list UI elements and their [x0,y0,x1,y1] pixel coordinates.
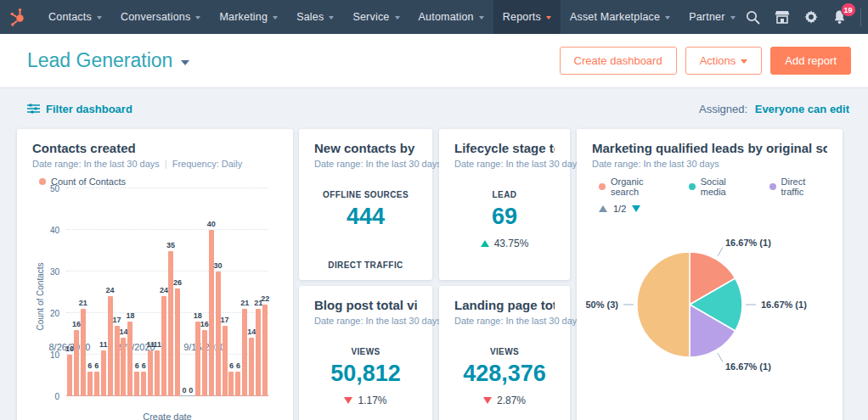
bar[interactable] [67,355,72,396]
metric-block: OFFLINE SOURCES 444 [299,190,432,230]
bar[interactable] [228,372,234,396]
hubspot-dashboard-page: ContactsConversationsMarketingSalesServi… [0,0,868,420]
bar-slot[interactable]: 18 [127,188,133,396]
actions-button[interactable]: Actions [685,47,763,75]
bar[interactable] [121,338,126,396]
nav-item-service[interactable]: Service [343,0,409,34]
nav-item-label: Asset Marketplace [570,11,660,23]
bar[interactable] [134,372,139,396]
bar-slot[interactable]: 6 [133,188,140,396]
bar-slot[interactable]: 24 [161,188,167,396]
bar[interactable] [195,322,200,396]
bar[interactable] [148,350,153,396]
bar[interactable] [87,372,93,396]
card-title[interactable]: Lifecycle stage totals [454,141,555,155]
bar[interactable] [242,309,247,396]
bar-slot[interactable]: 24 [107,188,114,396]
card-title[interactable]: Blog post total views a... [314,298,417,312]
bar-slot[interactable]: 16 [73,188,80,396]
filter-bar: Filter dashboard Assigned: Everyone can … [0,88,868,129]
card-title[interactable]: Landing page total vie... [454,298,555,312]
bar-slot[interactable]: 22 [262,188,268,396]
nav-item-asset-marketplace[interactable]: Asset Marketplace [561,0,679,34]
bar-slot[interactable]: 18 [194,188,201,396]
nav-item-conversations[interactable]: Conversations [111,0,211,34]
bar[interactable] [235,372,240,396]
nav-item-label: Partner [689,11,724,23]
bar-slot[interactable]: 6 [140,188,147,396]
bar[interactable] [108,296,113,396]
delta-down-icon [483,397,492,404]
bar-value-label: 6 [94,361,99,370]
assigned-value-link[interactable]: Everyone can edit [755,103,849,115]
bar[interactable] [209,230,214,396]
bar-slot[interactable]: 30 [215,188,222,396]
bar-slot[interactable]: 14 [248,188,255,396]
bar-slot[interactable]: 14 [121,188,127,396]
nav-item-contacts[interactable]: Contacts [39,0,111,34]
bar-slot[interactable]: 0 [181,188,188,396]
bar-slot[interactable]: 21 [241,188,248,396]
bar-slot[interactable]: 35 [167,188,174,396]
nav-item-sales[interactable]: Sales [287,0,343,34]
bar[interactable] [202,330,207,396]
bar[interactable] [74,330,79,396]
chevron-down-icon [730,16,736,20]
bar-slot[interactable]: 6 [234,188,241,396]
card-title[interactable]: Contacts created [32,141,278,155]
legend-item-social-media[interactable]: Social media [689,176,751,197]
search-icon[interactable] [745,8,762,25]
bar[interactable] [94,372,99,396]
bar[interactable] [216,272,221,396]
bar[interactable] [223,326,228,396]
bar-slot[interactable]: 6 [228,188,235,396]
bar-slot[interactable]: 10 [66,188,73,396]
card-title[interactable]: Marketing qualified leads by original so… [592,141,827,155]
bar[interactable] [175,288,180,396]
bar-slot[interactable]: 6 [87,188,93,396]
hubspot-logo[interactable] [0,0,39,34]
bar[interactable] [249,338,254,396]
add-report-button[interactable]: Add report [770,47,851,75]
bar[interactable] [101,350,106,396]
bar[interactable] [262,305,268,396]
pie-slice[interactable] [637,252,690,357]
bar[interactable] [155,350,160,396]
card-title[interactable]: New contacts by source [314,141,417,155]
bar[interactable] [168,251,173,397]
dashboard-title-text[interactable]: Lead Generation [27,49,172,72]
bar-slot[interactable]: 11 [147,188,154,396]
next-metric-label: DIRECT TRAFFIC [299,260,432,270]
dashboard-title-dropdown-icon[interactable] [181,60,189,65]
bar[interactable] [256,309,261,396]
nav-item-marketing[interactable]: Marketing [210,0,287,34]
nav-item-automation[interactable]: Automation [409,0,493,34]
bar-slot[interactable]: 17 [114,188,121,396]
settings-gear-icon[interactable] [803,8,820,25]
dashboard-header: Lead Generation Create dashboard Actions… [0,34,868,88]
marketplace-icon[interactable] [774,8,791,25]
bar-slot[interactable]: 17 [222,188,228,396]
bar-slot[interactable]: 0 [188,188,194,396]
legend-item-direct-traffic[interactable]: Direct traffic [769,176,828,197]
bar-slot[interactable]: 26 [174,188,181,396]
bar-slot[interactable]: 21 [80,188,87,396]
metric-label: LEAD [439,190,570,199]
bar[interactable] [141,372,146,396]
bar[interactable] [161,296,166,396]
metric-block: LEAD 69 43.75% [439,190,570,249]
bar[interactable] [81,309,86,396]
bar-slot[interactable]: 40 [208,188,215,396]
legend-item-organic-search[interactable]: Organic search [599,176,670,197]
nav-item-partner[interactable]: Partner [679,0,744,34]
bar[interactable] [127,322,132,396]
card-landing-page-total-views: Landing page total vie... Date range: In… [439,286,570,420]
chevron-down-icon [741,59,747,64]
notifications-bell-icon[interactable]: 19 [831,8,848,25]
nav-item-reports[interactable]: Reports [493,0,561,34]
nav-item-label: Automation [419,11,474,23]
filter-dashboard-button[interactable]: Filter dashboard [27,103,132,115]
create-dashboard-button[interactable]: Create dashboard [560,47,677,75]
bar-slot[interactable]: 6 [93,188,100,396]
bar-slot[interactable]: 21 [255,188,262,396]
